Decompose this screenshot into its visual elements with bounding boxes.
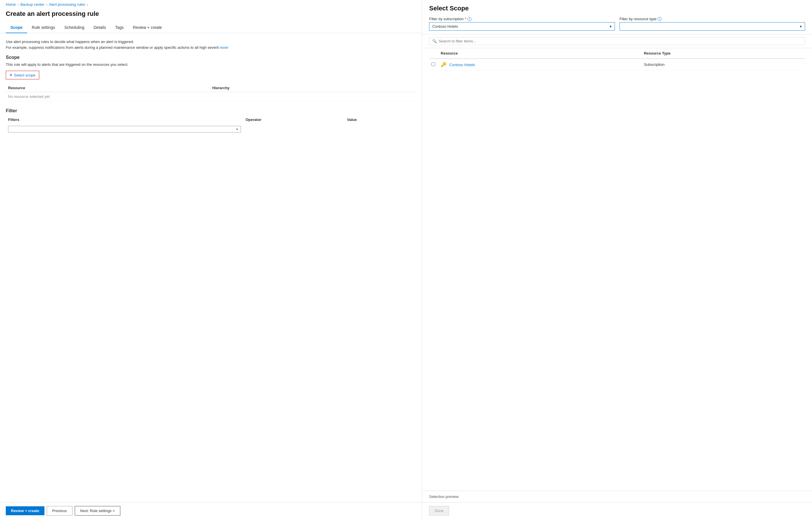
value-col-header: Value — [345, 116, 416, 125]
selection-preview-label: Selection preview — [429, 494, 459, 499]
filter-row: ▾ — [6, 125, 416, 134]
subscription-chevron-icon: ▾ — [610, 24, 612, 29]
hierarchy-col-header: Hierarchy — [210, 84, 416, 92]
resource-type-chevron-icon: ▾ — [800, 24, 802, 29]
resource-type-filter-label: Filter by resource type i — [619, 17, 805, 21]
left-content: Use alert processing rules to decide wha… — [0, 33, 422, 502]
breadcrumb-alert-rules: Alert processing rules — [49, 2, 85, 7]
filters-col-header: Filters — [6, 116, 243, 125]
resource-list-table: Resource Resource Type 🔑 Contoso Hotels — [429, 48, 805, 70]
breadcrumb-sep-2: › — [46, 3, 47, 7]
plus-icon: + — [9, 73, 12, 78]
checkbox-col-header — [429, 48, 438, 59]
row-checkbox[interactable] — [431, 62, 435, 66]
breadcrumb-sep-1: › — [18, 3, 19, 7]
review-create-button[interactable]: Review + create — [6, 506, 45, 515]
search-input-wrap: 🔍 — [429, 37, 805, 45]
desc-line2: For example, suppress notifications from… — [6, 45, 219, 50]
required-star: * — [465, 17, 466, 21]
no-resource-text: No resource selected yet — [6, 92, 416, 101]
tab-tags[interactable]: Tags — [111, 22, 128, 33]
desc-more-link[interactable]: more — [220, 45, 228, 50]
subscription-filter-label: Filter by subscription * i — [429, 17, 615, 21]
tab-review-create[interactable]: Review + create — [128, 22, 167, 33]
resource-col-header: Resource — [6, 84, 210, 92]
subscription-info-icon[interactable]: i — [467, 17, 471, 21]
filter-row-right: Filter by subscription * i Contoso Hotel… — [429, 17, 805, 31]
resource-type-list-col-header: Resource Type — [641, 48, 805, 59]
previous-button[interactable]: Previous — [47, 506, 72, 516]
done-button[interactable]: Done — [429, 506, 449, 516]
chevron-down-icon: ▾ — [236, 127, 238, 131]
search-row: 🔍 — [422, 34, 812, 48]
scope-section-title: Scope — [6, 55, 416, 60]
filter-subscription-text: Filter by subscription — [429, 17, 463, 21]
main-layout: Home › Backup center › Alert processing … — [0, 0, 812, 519]
desc-line1: Use alert processing rules to decide wha… — [6, 39, 134, 44]
row-resource-type: Subscription — [641, 59, 805, 70]
filter-resource-type-text: Filter by resource type — [619, 17, 657, 21]
left-panel: Home › Backup center › Alert processing … — [0, 0, 422, 519]
tab-scope[interactable]: Scope — [6, 22, 27, 33]
select-scope-title: Select Scope — [429, 5, 805, 12]
select-scope-label: Select scope — [14, 73, 35, 77]
resource-type-info-icon[interactable]: i — [658, 17, 662, 21]
right-header: Select Scope Filter by subscription * i … — [422, 0, 812, 34]
resource-table: Resource Hierarchy No resource selected … — [6, 84, 416, 101]
tabs-container: Scope Rule settings Scheduling Details T… — [0, 22, 422, 33]
breadcrumb-sep-3: › — [87, 3, 88, 7]
filters-dropdown[interactable]: ▾ — [8, 126, 241, 133]
breadcrumb-backup-center[interactable]: Backup center — [21, 2, 45, 7]
search-icon: 🔍 — [432, 39, 437, 43]
resource-type-dropdown[interactable]: ▾ — [619, 22, 805, 31]
operator-col-header: Operator — [243, 116, 345, 125]
tab-details[interactable]: Details — [89, 22, 111, 33]
subscription-filter-group: Filter by subscription * i Contoso Hotel… — [429, 17, 615, 31]
selection-preview-bar: Selection preview — [422, 491, 812, 502]
scope-section-desc: This rule will apply to alerts that are … — [6, 62, 416, 67]
resource-type-filter-group: Filter by resource type i ▾ — [619, 17, 805, 31]
search-input[interactable] — [439, 39, 802, 43]
page-title: Create an alert processing rule — [0, 9, 422, 22]
tab-scheduling[interactable]: Scheduling — [60, 22, 89, 33]
app-container: Home › Backup center › Alert processing … — [0, 0, 812, 519]
next-button[interactable]: Next: Rule settings > — [75, 506, 120, 516]
bottom-bar-left: Review + create Previous Next: Rule sett… — [0, 502, 422, 519]
table-row: 🔑 Contoso Hotels Subscription — [429, 59, 805, 70]
breadcrumb-home[interactable]: Home — [6, 2, 16, 7]
table-row-empty: No resource selected yet — [6, 92, 416, 101]
select-scope-button[interactable]: + Select scope — [6, 71, 39, 79]
resource-list-col-header: Resource — [438, 48, 641, 59]
right-panel: Select Scope Filter by subscription * i … — [422, 0, 812, 519]
subscription-icon: 🔑 — [441, 62, 446, 67]
subscription-dropdown[interactable]: Contoso Hotels ▾ — [429, 22, 615, 31]
filter-table: Filters Operator Value ▾ — [6, 116, 416, 134]
description: Use alert processing rules to decide wha… — [6, 39, 416, 50]
resource-list-wrap: Resource Resource Type 🔑 Contoso Hotels — [422, 48, 812, 491]
tab-rule-settings[interactable]: Rule settings — [27, 22, 60, 33]
filter-title: Filter — [6, 108, 416, 113]
resource-name-link[interactable]: Contoso Hotels — [449, 63, 475, 67]
subscription-value: Contoso Hotels — [432, 24, 458, 29]
bottom-bar-right: Done — [422, 502, 812, 519]
filter-section: Filter Filters Operator Value — [6, 108, 416, 134]
breadcrumb: Home › Backup center › Alert processing … — [0, 0, 422, 9]
row-resource-name: 🔑 Contoso Hotels — [438, 59, 641, 70]
row-checkbox-cell — [429, 59, 438, 70]
